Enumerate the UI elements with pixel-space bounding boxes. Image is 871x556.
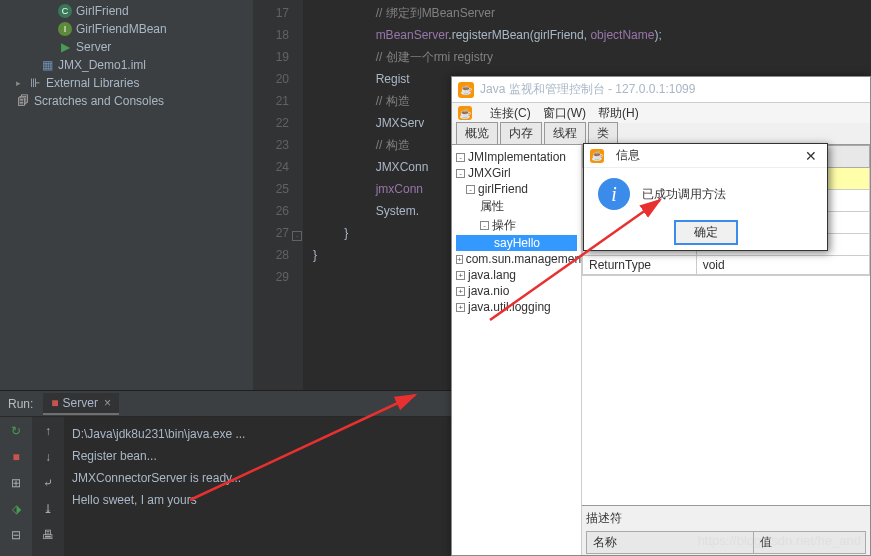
jconsole-tabs: 概览 内存 线程 类 [452, 123, 870, 145]
descriptor-label: 描述符 [586, 510, 866, 527]
mbean-node[interactable]: -JMImplementation [456, 149, 577, 165]
tab-memory[interactable]: 内存 [500, 122, 542, 144]
fold-marker-icon[interactable]: - [292, 231, 302, 241]
class-icon: C [58, 4, 72, 18]
run-toolbar-console: ↑ ↓ ⤶ ⤓ 🖶 [32, 417, 64, 556]
run-tab-server[interactable]: ■ Server × [43, 393, 119, 415]
layout-button[interactable]: ⊞ [6, 473, 26, 493]
watermark: https://blog.csdn.net/he_and [698, 533, 861, 548]
tree-label: GirlFriend [76, 4, 129, 18]
tree-item-iml[interactable]: ▦ JMX_Demo1.iml [0, 56, 253, 74]
mbean-node[interactable]: +java.lang [456, 267, 577, 283]
file-icon: ▦ [40, 58, 54, 72]
jconsole-menubar: ☕ 连接(C) 窗口(W) 帮助(H) [452, 103, 870, 123]
run-class-icon: ▶ [58, 40, 72, 54]
java-icon: ☕ [458, 82, 474, 98]
interface-icon: I [58, 22, 72, 36]
dialog-titlebar[interactable]: ☕ 信息 ✕ [584, 144, 827, 168]
tree-label: GirlFriendMBean [76, 22, 167, 36]
window-title: Java 监视和管理控制台 - 127.0.0.1:1099 [480, 81, 695, 98]
scroll-button[interactable]: ⤓ [38, 499, 58, 519]
rerun-button[interactable]: ↻ [6, 421, 26, 441]
mbean-tree: -JMImplementation -JMXGirl -girlFriend 属… [452, 145, 582, 555]
info-icon: i [598, 178, 630, 210]
library-icon: ⊪ [28, 76, 42, 90]
tree-item-external-libraries[interactable]: ▸ ⊪ External Libraries [0, 74, 253, 92]
tree-item-girlfriend[interactable]: C GirlFriend [0, 2, 253, 20]
debug-button[interactable]: ⬗ [6, 499, 26, 519]
menu-window[interactable]: 窗口(W) [543, 105, 586, 122]
tree-label: Scratches and Consoles [34, 94, 164, 108]
mbean-node-operations[interactable]: -操作 [456, 216, 577, 235]
more-button[interactable]: ⊟ [6, 525, 26, 545]
mbean-operation-sayhello[interactable]: sayHello [456, 235, 577, 251]
jconsole-titlebar[interactable]: ☕ Java 监视和管理控制台 - 127.0.0.1:1099 [452, 77, 870, 103]
tree-label: Server [76, 40, 111, 54]
tree-item-server[interactable]: ▶ Server [0, 38, 253, 56]
expand-icon: ▸ [16, 78, 26, 88]
gutter: 17 18 19 20 21 22 23 24 25 26 27 28 29 [253, 0, 303, 390]
menu-help[interactable]: 帮助(H) [598, 105, 639, 122]
tree-item-girlfriendmbean[interactable]: I GirlFriendMBean [0, 20, 253, 38]
close-icon[interactable]: ✕ [801, 148, 821, 164]
project-tree: C GirlFriend I GirlFriendMBean ▶ Server … [0, 0, 253, 390]
mbean-node[interactable]: +com.sun.management [456, 251, 577, 267]
mbean-node[interactable]: -girlFriend [456, 181, 577, 197]
ok-button[interactable]: 确定 [674, 220, 738, 245]
run-status-icon: ■ [51, 396, 58, 410]
run-toolbar-left: ↻ ■ ⊞ ⬗ ⊟ [0, 417, 32, 556]
tree-label: External Libraries [46, 76, 139, 90]
mbean-node[interactable]: +java.nio [456, 283, 577, 299]
close-icon[interactable]: × [104, 396, 111, 410]
dialog-message: 已成功调用方法 [642, 186, 726, 203]
mbean-node-attributes[interactable]: 属性 [456, 197, 577, 216]
stop-button[interactable]: ■ [6, 447, 26, 467]
info-dialog: ☕ 信息 ✕ i 已成功调用方法 确定 [583, 143, 828, 251]
tree-item-scratches[interactable]: 🗐 Scratches and Consoles [0, 92, 253, 110]
menu-connect[interactable]: 连接(C) [490, 105, 531, 122]
java-icon: ☕ [590, 149, 604, 163]
tab-classes[interactable]: 类 [588, 122, 618, 144]
up-button[interactable]: ↑ [38, 421, 58, 441]
java-icon: ☕ [458, 106, 472, 120]
dialog-title: 信息 [616, 147, 640, 164]
folder-icon: 🗐 [16, 94, 30, 108]
mbean-node[interactable]: +java.util.logging [456, 299, 577, 315]
tree-label: JMX_Demo1.iml [58, 58, 146, 72]
print-button[interactable]: 🖶 [38, 525, 58, 545]
run-tab-label: Server [63, 396, 98, 410]
mbean-node[interactable]: -JMXGirl [456, 165, 577, 181]
run-label: Run: [8, 397, 33, 411]
down-button[interactable]: ↓ [38, 447, 58, 467]
tab-overview[interactable]: 概览 [456, 122, 498, 144]
table-row: ReturnTypevoid [583, 256, 870, 275]
tab-threads[interactable]: 线程 [544, 122, 586, 144]
wrap-button[interactable]: ⤶ [38, 473, 58, 493]
